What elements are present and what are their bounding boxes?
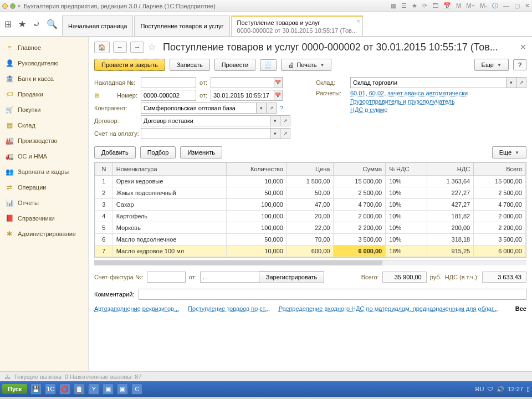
print-dropdown[interactable]: 🖨Печать xyxy=(281,59,331,71)
table-header[interactable]: N xyxy=(95,163,113,176)
table-cell[interactable]: 2 500,00 xyxy=(334,187,386,199)
taskbar-app-icon[interactable]: Y xyxy=(88,383,99,395)
home-button[interactable]: 🏠 xyxy=(94,42,110,53)
table-header[interactable]: % НДС xyxy=(386,163,427,176)
minimize-icon[interactable]: — xyxy=(503,2,509,9)
tray-clock[interactable]: 12:27 xyxy=(508,386,523,392)
m-plus-icon[interactable]: M+ xyxy=(466,2,475,9)
forward-button[interactable]: → xyxy=(130,42,144,53)
pick-button[interactable]: Подбор xyxy=(140,146,176,158)
table-cell[interactable]: 4 700,00 xyxy=(474,199,526,211)
sf-number-input[interactable] xyxy=(147,272,186,283)
table-cell[interactable]: 2 500,00 xyxy=(474,187,526,199)
post-and-close-button[interactable]: Провести и закрыть xyxy=(94,59,165,71)
table-cell[interactable]: 1 363,64 xyxy=(427,176,474,187)
table-header[interactable]: НДС xyxy=(427,163,474,176)
table-cell[interactable]: 100,000 xyxy=(226,199,287,211)
favorite-toggle-icon[interactable]: ☆ xyxy=(147,41,156,53)
counterparty-input[interactable] xyxy=(141,103,257,114)
sidebar-item[interactable]: 🏭Производство xyxy=(0,133,88,149)
movements-button[interactable]: 🧾 xyxy=(260,59,277,71)
open-icon[interactable]: ↗ xyxy=(280,128,290,139)
table-cell[interactable]: 18% xyxy=(386,245,427,257)
taskbar-app-icon[interactable]: 💾 xyxy=(30,383,42,395)
sidebar-item[interactable]: 👤Руководителю xyxy=(0,55,88,71)
close-document-button[interactable]: ✕ xyxy=(520,43,526,52)
sidebar-item[interactable]: 🏷Продажи xyxy=(0,86,88,102)
back-button[interactable]: ← xyxy=(113,42,127,53)
taskbar-app-icon[interactable]: ▣ xyxy=(117,383,128,395)
sidebar-item[interactable]: 🛒Покупки xyxy=(0,102,88,117)
start-button[interactable]: Пуск xyxy=(2,384,27,394)
table-row[interactable]: 1Орехи кедровые10,0001 500,0015 000,0010… xyxy=(95,176,526,187)
tray-icon[interactable]: 🛡 xyxy=(487,386,493,392)
table-row[interactable]: 5Морковь100,00022,002 200,0010%200,002 2… xyxy=(95,222,526,234)
table-cell[interactable]: 10% xyxy=(386,187,427,199)
table-cell[interactable]: 915,25 xyxy=(427,245,474,257)
table-cell[interactable]: 15 000,00 xyxy=(474,176,526,187)
table-cell[interactable]: 600,00 xyxy=(287,245,334,257)
dropdown-icon[interactable]: ▾ xyxy=(270,115,280,126)
warehouse-input[interactable] xyxy=(350,77,507,88)
table-cell[interactable]: 10% xyxy=(386,234,427,245)
m-minus-icon[interactable]: M- xyxy=(480,2,487,9)
table-cell[interactable]: Морковь xyxy=(112,222,226,234)
autofill-link[interactable]: Автозаполнение реквизитов... xyxy=(94,305,179,312)
table-header[interactable]: Цена xyxy=(287,163,334,176)
write-button[interactable]: Записать xyxy=(170,59,210,71)
edit-button[interactable]: Изменить xyxy=(180,146,222,158)
table-cell[interactable]: 50,000 xyxy=(226,187,287,199)
open-icon[interactable]: ↗ xyxy=(267,103,277,114)
receipt-link[interactable]: Поступление товаров по ст... xyxy=(188,305,270,312)
table-header[interactable]: Всего xyxy=(474,163,526,176)
contract-input[interactable] xyxy=(141,115,270,126)
table-row[interactable]: 6Масло подсолнечное50,00070,003 500,0010… xyxy=(95,234,526,245)
add-row-button[interactable]: Добавить xyxy=(94,146,136,158)
calc-link[interactable]: 60.01, 60.02, зачет аванса автоматически xyxy=(350,90,468,96)
sidebar-item[interactable]: 🚛ОС и НМА xyxy=(0,149,88,164)
taskbar-app-icon[interactable]: 1С xyxy=(45,383,56,395)
help-button[interactable]: ? xyxy=(513,59,526,70)
apps-grid-icon[interactable]: ⊞ xyxy=(4,19,12,29)
table-cell[interactable]: 227,27 xyxy=(427,187,474,199)
table-cell[interactable]: 2 xyxy=(95,187,113,199)
tab[interactable]: Начальная страница xyxy=(62,16,133,36)
tool-icon[interactable]: 📅 xyxy=(443,2,451,9)
table-cell[interactable]: Орехи кедровые xyxy=(112,176,226,187)
table-cell[interactable]: 3 xyxy=(95,199,113,211)
table-cell[interactable]: 10,000 xyxy=(226,245,287,257)
vat-mode-link[interactable]: НДС в сумме xyxy=(350,106,387,113)
invoice-date-input[interactable] xyxy=(211,77,274,88)
dropdown-icon[interactable]: ▾ xyxy=(270,128,280,139)
table-cell[interactable]: 50,00 xyxy=(287,187,334,199)
doc-icon[interactable]: 🗎 xyxy=(94,92,104,99)
table-cell[interactable]: 5 xyxy=(95,222,113,234)
m-icon[interactable]: M xyxy=(456,2,461,9)
sidebar-item[interactable]: ✱Администрирование xyxy=(0,226,88,242)
docno-input[interactable] xyxy=(141,90,196,101)
sidebar-item[interactable]: 🏦Банк и касса xyxy=(0,71,88,86)
maximize-icon[interactable]: ▢ xyxy=(514,2,520,9)
sidebar-item[interactable]: 📕Справочники xyxy=(0,211,88,226)
sidebar-item[interactable]: 👥Зарплата и кадры xyxy=(0,164,88,180)
table-cell[interactable]: Жмых подсолнечный xyxy=(112,187,226,199)
table-cell[interactable]: 2 200,00 xyxy=(334,222,386,234)
horizontal-scrollbar[interactable] xyxy=(94,260,526,265)
table-row[interactable]: 4Картофель100,00020,002 000,0010%181,822… xyxy=(95,211,526,222)
table-header[interactable]: Сумма xyxy=(334,163,386,176)
sidebar-item[interactable]: ≡Главное xyxy=(0,40,88,55)
table-cell[interactable]: 6 000,00 xyxy=(334,245,386,257)
table-cell[interactable]: 181,82 xyxy=(427,211,474,222)
table-cell[interactable]: 50,000 xyxy=(226,234,287,245)
table-row[interactable]: 2Жмых подсолнечный50,00050,002 500,0010%… xyxy=(95,187,526,199)
tool-icon[interactable]: 🗔 xyxy=(432,2,438,9)
taskbar-app-icon[interactable]: C xyxy=(131,383,142,395)
favorite-icon[interactable]: ★ xyxy=(18,19,26,29)
more-dropdown[interactable]: Еще xyxy=(474,59,509,71)
taskbar-app-icon[interactable]: ▣ xyxy=(103,383,114,395)
tray-icon[interactable]: 🔊 xyxy=(497,386,504,393)
tab[interactable]: Поступление товаров и услуг0000-000002 о… xyxy=(231,16,364,36)
table-cell[interactable]: 1 xyxy=(95,176,113,187)
sidebar-item[interactable]: 📊Отчеты xyxy=(0,195,88,211)
table-cell[interactable]: 10,000 xyxy=(226,176,287,187)
